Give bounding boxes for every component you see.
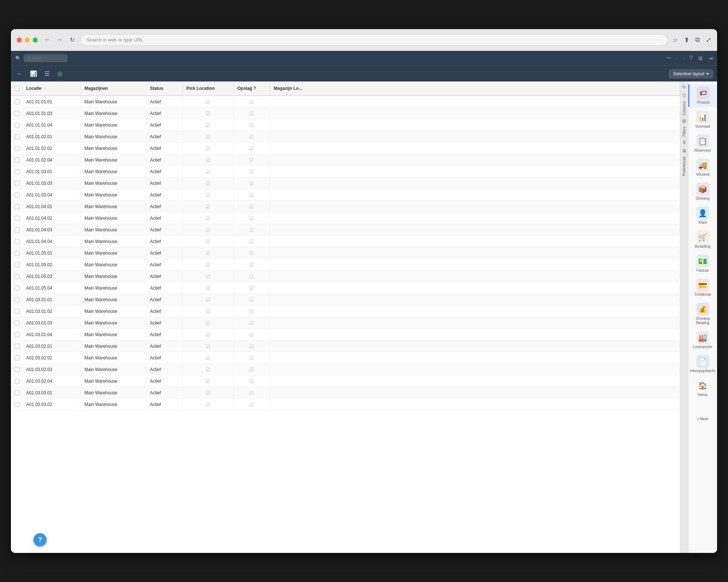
sidebar-item-voorraad[interactable]: 📊 Voorraad [688,108,717,131]
row-checkbox[interactable] [15,216,20,221]
row-checkbox[interactable] [15,309,20,314]
row-checkbox[interactable] [15,123,20,128]
table-row[interactable]: A01.01.05.04 Main Warehouse Actief ☑ ☑ [11,282,680,294]
sidebar-item-omvang_betaling[interactable]: 💰 Omvang Betaling [688,300,717,327]
row-checkbox-cell[interactable] [11,155,23,165]
table-row[interactable]: A01.03.02.02 Main Warehouse Actief ☑ ☑ [11,352,680,364]
search-input[interactable] [24,54,67,62]
sidebar-item-klant[interactable]: 👤 Klant [688,204,717,227]
col-locatie[interactable]: Locatie ↑ [23,83,81,94]
row-checkbox-cell[interactable] [11,342,23,351]
row-checkbox-cell[interactable] [11,318,23,328]
row-checkbox-cell[interactable] [11,307,23,316]
back-button[interactable]: ← [42,35,52,45]
table-row[interactable]: A01.01.04.04 Main Warehouse Actief ☑ ☑ [11,236,680,247]
table-row[interactable]: A01.03.03.02 Main Warehouse Actief ☑ ☑ [11,399,680,410]
table-row[interactable]: A01.01.01.01 Main Warehouse Actief ☑ ☑ [11,96,680,108]
row-checkbox[interactable] [15,204,20,209]
table-row[interactable]: A01.01.01.04 Main Warehouse Actief ☑ ☑ [11,119,680,131]
row-checkbox-cell[interactable] [11,97,23,107]
row-checkbox-cell[interactable] [11,144,23,153]
table-row[interactable]: A01.03.02.01 Main Warehouse Actief ☑ ☑ [11,340,680,352]
sidebar-item-leverancier[interactable]: 🏭 Leverancier [688,329,717,351]
row-checkbox[interactable] [15,111,20,116]
row-checkbox-cell[interactable] [11,295,23,304]
url-bar[interactable]: Search in web or type URL [80,34,668,46]
row-checkbox[interactable] [15,286,20,291]
row-checkbox[interactable] [15,402,20,407]
sidebar-item-ontvang[interactable]: 📦 Ontvang [688,180,717,203]
col-pick-location[interactable]: Pick Location [183,83,234,94]
columns-icon[interactable]: ⊞ [682,118,686,124]
maximize-button[interactable] [33,37,38,43]
share-icon[interactable]: ⬆ [684,36,689,44]
row-checkbox-cell[interactable] [11,237,23,246]
row-checkbox[interactable] [15,379,20,384]
refresh-icon[interactable]: ↻ [682,84,686,90]
table-row[interactable]: A01.01.01.03 Main Warehouse Actief ☑ ☑ [11,108,680,119]
table-row[interactable]: A01.01.02.01 Main Warehouse Actief ☑ ☑ [11,131,680,143]
row-checkbox[interactable] [15,297,20,302]
row-checkbox[interactable] [15,262,20,267]
row-checkbox[interactable] [15,344,20,349]
row-checkbox[interactable] [15,99,20,104]
table-row[interactable]: A01.01.02.04 Main Warehouse Actief ☑ ☑ [11,154,680,166]
table-row[interactable]: A01.03.01.02 Main Warehouse Actief ☑ ☑ [11,306,680,317]
sidebar-item-verzend[interactable]: 🚚 Verzend [688,156,717,179]
row-checkbox[interactable] [15,146,20,151]
row-checkbox-cell[interactable] [11,400,23,409]
row-checkbox-cell[interactable] [11,283,23,293]
table-row[interactable]: A01.03.02.04 Main Warehouse Actief ☑ ☑ [11,375,680,387]
table-row[interactable]: A01.01.03.01 Main Warehouse Actief ☑ ☑ [11,166,680,178]
table-row[interactable]: A01.01.04.02 Main Warehouse Actief ☑ ☑ [11,212,680,224]
row-checkbox-cell[interactable] [11,179,23,188]
minimize-button[interactable] [25,37,30,43]
tabs-icon[interactable]: ⧉ [695,36,700,44]
row-checkbox[interactable] [15,239,20,244]
row-checkbox[interactable] [15,134,20,139]
row-checkbox-cell[interactable] [11,225,23,235]
row-checkbox[interactable] [15,227,20,232]
add-icon[interactable]: ⊕ [55,68,64,80]
row-checkbox[interactable] [15,274,20,279]
columns-label[interactable]: Columns [682,101,686,115]
row-checkbox[interactable] [15,169,20,174]
row-checkbox-cell[interactable] [11,365,23,374]
settings-icon[interactable]: ⚙ [698,55,703,62]
table-row[interactable]: A01.03.01.03 Main Warehouse Actief ☑ ☑ [11,317,680,329]
row-checkbox[interactable] [15,320,20,326]
row-checkbox-cell[interactable] [11,214,23,223]
row-checkbox-cell[interactable] [11,353,23,363]
reload-button[interactable]: ↻ [68,35,76,45]
sidebar-item-bestelling[interactable]: 🛒 Bestelling [688,228,717,251]
table-row[interactable]: A01.01.03.04 Main Warehouse Actief ☑ ☑ [11,189,680,201]
row-checkbox-cell[interactable] [11,388,23,398]
settings-gear-icon[interactable]: ⚙ [682,148,687,154]
chart-icon[interactable]: 📊 [28,69,39,79]
select-all-checkbox[interactable] [15,86,20,91]
sidebar-item-inkoopopdracht[interactable]: 📄 Inkoopopdracht [688,353,717,375]
sidebar-item-factuur[interactable]: 💵 Factuur [688,252,717,275]
sidebar-item-product[interactable]: 🏷 Product [688,84,717,107]
back-nav-button[interactable]: ← [15,69,24,79]
row-checkbox-cell[interactable] [11,190,23,200]
bookmark-icon[interactable]: ☆ [672,36,678,44]
preferences-label[interactable]: Preferences [682,156,686,176]
row-checkbox[interactable] [15,251,20,256]
table-row[interactable]: A01.03.01.04 Main Warehouse Actief ☑ ☑ [11,329,680,340]
list-icon[interactable]: ☰ [43,69,51,79]
col-magazijnen[interactable]: Magazijnen [81,83,146,94]
row-checkbox[interactable] [15,355,20,360]
row-checkbox[interactable] [15,390,20,395]
table-row[interactable]: A01.01.05.03 Main Warehouse Actief ☑ ☑ [11,271,680,282]
row-checkbox[interactable] [15,332,20,337]
col-checkbox[interactable] [11,83,23,94]
table-row[interactable]: A01.01.04.01 Main Warehouse Actief ☑ ☑ [11,201,680,212]
row-checkbox[interactable] [15,158,20,163]
row-checkbox[interactable] [15,367,20,372]
filter-icon[interactable]: ▽ [682,93,686,98]
row-checkbox-cell[interactable] [11,260,23,270]
col-magazijn-lo[interactable]: Magazijn Lo... [270,83,680,94]
table-row[interactable]: A01.01.04.03 Main Warehouse Actief ☑ ☑ [11,224,680,236]
table-row[interactable]: A01.01.03.03 Main Warehouse Actief ☑ ☑ [11,178,680,189]
